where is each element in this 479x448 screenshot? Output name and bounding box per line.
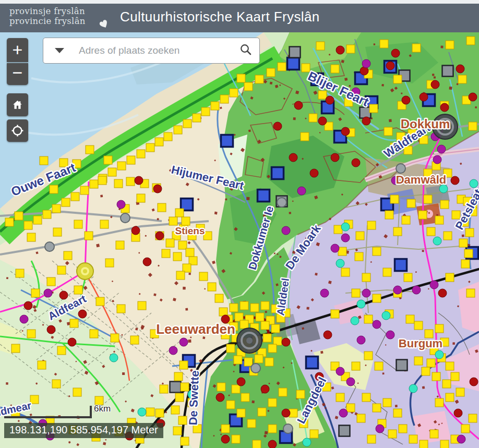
map-marker-yellow_square[interactable] — [435, 398, 444, 407]
map-marker-red_circle[interactable] — [294, 101, 303, 110]
map-marker-yellow_square[interactable] — [383, 268, 391, 276]
map-marker-red_circle[interactable] — [454, 409, 462, 417]
map-marker-yellow_square[interactable] — [211, 102, 219, 110]
map-marker-red_circle[interactable] — [47, 325, 55, 334]
map-marker-yellow_square[interactable] — [346, 404, 355, 412]
map-marker-yellow_square[interactable] — [375, 362, 383, 370]
map-marker-yellow_square[interactable] — [336, 393, 344, 402]
map-marker-yellow_square[interactable] — [427, 227, 435, 236]
map-marker-yellow_square[interactable] — [244, 82, 253, 91]
map-marker-purple_circle[interactable] — [179, 338, 188, 346]
map-marker-yellow_square[interactable] — [199, 272, 208, 281]
map-marker-yellow_square[interactable] — [90, 180, 98, 188]
map-marker-yellow_square[interactable] — [52, 380, 61, 388]
map-marker-yellow_square[interactable] — [380, 40, 388, 48]
map-marker-yellow_square[interactable] — [57, 346, 66, 355]
map-marker-yellow_square[interactable] — [263, 334, 271, 342]
map-marker-yellow_square[interactable] — [164, 132, 172, 141]
provincie-fryslan-logo[interactable]: provinsje fryslân provincie fryslân — [9, 7, 86, 27]
map-marker-gray_circle[interactable] — [283, 424, 293, 433]
map-marker-yellow_square[interactable] — [302, 64, 310, 72]
map-marker-cyan_circle[interactable] — [357, 300, 365, 308]
map-marker-yellow_square[interactable] — [265, 358, 273, 366]
map-marker-red_circle[interactable] — [135, 176, 143, 185]
map-marker-yellow_square[interactable] — [316, 42, 325, 50]
map-marker-yellow_square[interactable] — [451, 372, 459, 381]
map-marker-yellow_square[interactable] — [458, 75, 466, 83]
map-marker-yellow_square[interactable] — [30, 395, 39, 404]
map-marker-yellow_square[interactable] — [179, 361, 188, 369]
map-marker-yellow_square[interactable] — [258, 408, 266, 416]
map-marker-yellow_square[interactable] — [116, 241, 124, 249]
map-marker-cyan_circle[interactable] — [435, 350, 444, 359]
map-marker-yellow_square[interactable] — [114, 179, 123, 188]
map-marker-red_circle[interactable] — [261, 385, 269, 393]
map-marker-yellow_square[interactable] — [373, 294, 381, 302]
map-marker-yellow_square[interactable] — [256, 313, 264, 321]
map-marker-purple_circle[interactable] — [169, 346, 177, 355]
map-marker-yellow_square[interactable] — [373, 404, 381, 412]
map-marker-red_circle[interactable] — [438, 289, 447, 297]
map-marker-yellow_square[interactable] — [261, 301, 269, 310]
map-marker-yellow_square[interactable] — [232, 435, 240, 443]
map-marker-purple_circle[interactable] — [362, 289, 370, 297]
map-marker-yellow_square[interactable] — [446, 393, 454, 402]
map-canvas[interactable]: Ouwe FaartBlijer FeartHijumer FeartWâldf… — [0, 0, 479, 448]
map-marker-gray_circle[interactable] — [45, 242, 54, 251]
map-marker-yellow_square[interactable] — [461, 425, 470, 433]
map-marker-red_circle[interactable] — [324, 331, 332, 339]
map-marker-yellow_square[interactable] — [64, 251, 72, 260]
map-marker-purple_circle[interactable] — [341, 234, 350, 242]
map-marker-yellow_square[interactable] — [237, 409, 245, 417]
map-marker-red_circle[interactable] — [221, 435, 230, 443]
map-marker-purple_circle[interactable] — [386, 331, 394, 339]
map-marker-yellow_square[interactable] — [271, 324, 280, 333]
map-marker-yellow_square[interactable] — [100, 220, 109, 228]
map-marker-yellow_square[interactable] — [11, 344, 20, 353]
map-marker-yellow_square[interactable] — [388, 430, 397, 438]
map-marker-yellow_square[interactable] — [240, 301, 248, 310]
search-source-dropdown-icon[interactable] — [55, 48, 64, 53]
map-marker-yellow_square[interactable] — [247, 419, 256, 428]
map-marker-yellow_square[interactable] — [178, 416, 187, 425]
map-marker-red_circle[interactable] — [386, 62, 394, 70]
map-marker-yellow_square[interactable] — [155, 409, 164, 417]
map-marker-blue_square[interactable] — [258, 190, 270, 202]
map-marker-yellow_square[interactable] — [126, 177, 135, 186]
map-marker-yellow_square[interactable] — [393, 75, 402, 83]
map-marker-yellow_square[interactable] — [250, 304, 259, 312]
map-marker-yellow_square[interactable] — [279, 388, 287, 396]
map-marker-blue_square[interactable] — [272, 167, 284, 179]
map-marker-cyan_circle[interactable] — [138, 408, 146, 416]
map-marker-yellow_square[interactable] — [407, 199, 415, 208]
map-marker-purple_circle[interactable] — [346, 378, 355, 386]
map-marker-purple_circle[interactable] — [339, 409, 348, 417]
map-marker-yellow_square[interactable] — [459, 239, 468, 247]
map-marker-red_circle[interactable] — [391, 49, 400, 57]
map-marker-yellow_square[interactable] — [318, 91, 327, 99]
map-marker-yellow_square[interactable] — [268, 425, 277, 433]
map-marker-cyan_circle[interactable] — [341, 223, 350, 231]
map-marker-yellow_square[interactable] — [412, 44, 421, 52]
map-marker-red_circle[interactable] — [360, 67, 368, 75]
map-marker-purple_circle[interactable] — [373, 320, 381, 329]
map-marker-yellow_square[interactable] — [440, 200, 449, 209]
map-marker-yellow_square[interactable] — [174, 126, 182, 134]
map-marker-yellow_square[interactable] — [446, 362, 454, 370]
map-marker-yellow_square[interactable] — [341, 268, 350, 276]
map-marker-yellow_square[interactable] — [420, 440, 428, 448]
map-marker-yellow_square[interactable] — [432, 372, 440, 381]
map-marker-purple_circle[interactable] — [357, 336, 365, 344]
map-marker-yellow_square[interactable] — [173, 427, 182, 435]
map-marker-yellow_square[interactable] — [181, 437, 189, 445]
map-marker-cyan_circle[interactable] — [409, 384, 417, 393]
map-marker-yellow_square[interactable] — [255, 355, 263, 363]
map-marker-yellow_square[interactable] — [331, 65, 339, 73]
map-marker-purple_circle[interactable] — [393, 286, 402, 294]
map-marker-yellow_square[interactable] — [466, 37, 475, 45]
map-marker-red_circle[interactable] — [440, 103, 449, 112]
search-input[interactable] — [78, 44, 239, 57]
map-marker-yellow_square[interactable] — [80, 186, 89, 195]
map-marker-red_circle[interactable] — [268, 440, 277, 448]
map-marker-cyan_circle[interactable] — [382, 311, 390, 320]
